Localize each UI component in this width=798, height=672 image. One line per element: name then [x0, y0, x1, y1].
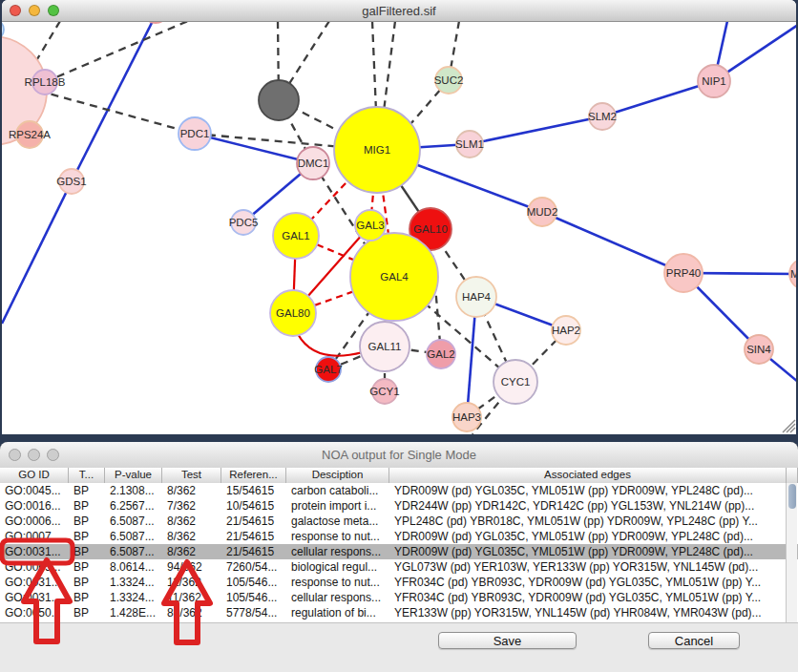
node-label-HAP2: HAP2 — [552, 325, 580, 336]
table-cell: GO:0031... — [0, 590, 69, 605]
node-graynode[interactable] — [259, 80, 299, 120]
button-panel: Save Cancel — [0, 622, 798, 672]
node-label-MIG1: MIG1 — [364, 144, 390, 156]
table-cell: BP — [69, 483, 105, 498]
zoom-button[interactable] — [48, 5, 59, 16]
table-cell: BP — [69, 544, 105, 559]
node-label-GAL1: GAL1 — [282, 230, 309, 242]
node-label-GDS1: GDS1 — [56, 176, 86, 187]
results-table: GO:0045...BP2.1308...8/36215/54615carbon… — [0, 483, 798, 622]
node-label-SIN4: SIN4 — [746, 344, 771, 355]
table-cell: 21/54615 — [221, 514, 286, 529]
table-row[interactable]: GO:0031...BP1.3324...11/362105/546...res… — [0, 575, 798, 590]
edge[interactable] — [45, 22, 188, 82]
resize-grip-icon[interactable] — [783, 420, 795, 432]
node-label-HAP4: HAP4 — [462, 291, 492, 303]
node-label-GAL10: GAL10 — [413, 223, 448, 235]
table-cell: YPL248C (pd) YBR018C, YML051W (pp) YDR00… — [389, 514, 798, 529]
zoom-button[interactable] — [47, 449, 59, 461]
table-cell: YER133W (pp) YOR315W, YNL145W (pd) YHR08… — [389, 605, 798, 620]
node-label-SUC2: SUC2 — [434, 74, 464, 86]
table-cell: BP — [69, 559, 105, 575]
node-label-GCY1: GCY1 — [369, 386, 399, 397]
minimize-button[interactable] — [28, 449, 40, 461]
node-label-GAL4: GAL4 — [380, 271, 409, 283]
save-button[interactable]: Save — [438, 632, 577, 649]
table-cell: BP — [69, 605, 105, 620]
network-canvas[interactable]: RPL18BRPS24AGDS1PDC1MIG1DMC1SUC2SLM1SLM2… — [2, 22, 796, 434]
edge[interactable] — [72, 22, 156, 181]
edge[interactable] — [470, 116, 602, 144]
edge-gal80-gal11[interactable] — [298, 334, 363, 356]
table-cell: BP — [69, 514, 105, 529]
table-cell: 11/362 — [162, 575, 221, 590]
table-cell: GO:0031... — [0, 544, 69, 559]
column-header-t-[interactable]: T... — [69, 468, 105, 483]
table-cell: carbon cataboli... — [286, 483, 389, 498]
graph-window-title: galFiltered.sif — [362, 4, 435, 18]
table-row[interactable]: GO:0031...BP6.5087...8/36221/54615cellul… — [0, 544, 798, 559]
table-row[interactable]: GO:0007...BP6.5087...8/36221/54615respon… — [0, 529, 798, 544]
traffic-lights — [10, 5, 59, 16]
column-header-desciption[interactable]: Desciption — [286, 468, 389, 483]
graph-window: galFiltered.sif RPL18BRPS24AGDS1PDC1MIG1… — [2, 0, 796, 434]
column-header-referen-[interactable]: Referen... — [221, 468, 286, 483]
edge[interactable] — [602, 81, 714, 116]
table-cell: GO:0045... — [0, 483, 69, 498]
node-label-GAL3: GAL3 — [356, 220, 384, 231]
cancel-button[interactable]: Cancel — [648, 632, 740, 649]
scrollbar-thumb[interactable] — [788, 484, 796, 509]
table-cell: 1.3324... — [105, 575, 162, 590]
table-cell: 6.2567... — [105, 498, 162, 514]
table-cell: BP — [69, 575, 105, 590]
network-graph: RPL18BRPS24AGDS1PDC1MIG1DMC1SUC2SLM1SLM2… — [2, 22, 796, 434]
column-header-associated-edges[interactable]: Associated edges — [389, 468, 787, 483]
table-cell: cellular respons... — [286, 544, 389, 559]
table-cell: GO:0031... — [0, 575, 69, 590]
table-row[interactable]: GO:0016...BP6.2567...7/36210/54615protei… — [0, 498, 798, 514]
table-cell: 105/546... — [221, 590, 286, 605]
column-header-go-id[interactable]: GO ID — [0, 468, 69, 483]
table-cell: response to nut... — [286, 529, 389, 544]
table-cell: 15/54615 — [221, 483, 286, 498]
table-row[interactable]: GO:0045...BP2.1308...8/36215/54615carbon… — [0, 483, 798, 498]
edge[interactable] — [2, 181, 72, 324]
node-label-HAP3: HAP3 — [452, 411, 481, 423]
column-header-p-value[interactable]: P-value — [105, 468, 162, 483]
table-cell: BP — [69, 529, 105, 544]
table-row[interactable]: GO:0006...BP6.5087...8/36221/54615galact… — [0, 514, 798, 529]
table-row[interactable]: GO:0050...BP1.428E...80/3625778/54...reg… — [0, 605, 798, 620]
node-label-MSL1: MSL1 — [790, 268, 796, 280]
noa-titlebar[interactable]: NOA output for Single Mode — [0, 442, 798, 469]
node-label-GAL11: GAL11 — [368, 341, 402, 352]
table-cell: 5778/54... — [221, 605, 286, 620]
table-row[interactable]: GO:0065...BP8.0614...94/3627260/54...bio… — [0, 559, 798, 575]
table-row[interactable]: GO:0031...BP1.3324...11/362105/546...cel… — [0, 590, 798, 605]
table-cell: 8/362 — [162, 483, 221, 498]
node-toppink[interactable] — [142, 22, 169, 23]
graph-window-titlebar[interactable]: galFiltered.sif — [2, 0, 796, 22]
edge[interactable] — [542, 212, 683, 273]
table-cell: galactose meta... — [286, 514, 389, 529]
table-cell: 1.428E... — [105, 605, 162, 620]
column-header-stub — [787, 468, 798, 483]
edge[interactable] — [38, 91, 195, 134]
vertical-scrollbar[interactable] — [786, 483, 797, 622]
table-cell: GO:0007... — [0, 529, 69, 544]
table-cell: GO:0016... — [0, 498, 69, 514]
table-cell: GO:0006... — [0, 514, 69, 529]
table-cell: biological regul... — [286, 559, 389, 575]
node-label-PDC1: PDC1 — [180, 128, 210, 139]
table-cell: GO:0050... — [0, 605, 69, 620]
table-cell: BP — [69, 498, 105, 514]
close-button[interactable] — [10, 5, 21, 16]
close-button[interactable] — [9, 449, 21, 461]
table-cell: YFR034C (pd) YBR093C, YDR009W (pd) YGL03… — [389, 590, 798, 605]
node-label-GAL7: GAL7 — [314, 364, 342, 375]
table-cell: YDR009W (pd) YGL035C, YML051W (pp) YDR00… — [389, 483, 798, 498]
column-header-test[interactable]: Test — [162, 468, 221, 483]
node-label-MUD2: MUD2 — [527, 206, 558, 218]
table-cell: response to nut... — [286, 575, 389, 590]
minimize-button[interactable] — [29, 5, 40, 16]
table-cell: GO:0065... — [0, 559, 69, 575]
